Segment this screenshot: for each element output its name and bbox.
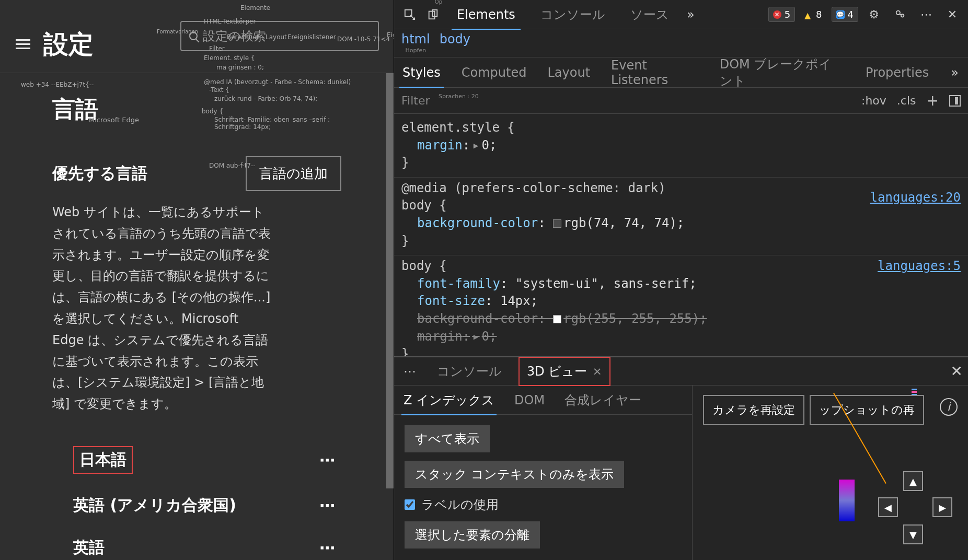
breadcrumb-html[interactable]: html Hopfen	[401, 32, 430, 54]
checkbox[interactable]	[405, 499, 415, 510]
stack-context-button[interactable]: スタック コンテキストのみを表示	[405, 461, 624, 488]
language-label: 英語	[73, 537, 105, 558]
tabs-overflow-icon[interactable]: »	[683, 7, 699, 22]
tab-dom[interactable]: DOM	[512, 387, 547, 414]
tab-layout[interactable]: Layout	[544, 58, 593, 87]
camera-reset-button[interactable]: カメラを再設定	[703, 395, 804, 425]
drawer-tabs: ⋯ コンソール 3D ビュー × ✕	[394, 357, 968, 386]
language-label: 英語 (アメリカ合衆国)	[73, 495, 236, 516]
list-item[interactable]: 日本語 ⋯	[52, 436, 341, 484]
arrow-up-icon[interactable]: ▲	[903, 471, 923, 491]
arrow-right-icon[interactable]: ▶	[932, 497, 952, 517]
tab-dom-breakpoints[interactable]: DOM ブレークポイント	[717, 49, 848, 97]
tab-zindex[interactable]: Z インデックス	[401, 386, 497, 415]
info-icon[interactable]: i	[940, 398, 958, 416]
devtools-drawer: ⋯ コンソール 3D ビュー × ✕ Z インデックス DOM 合成レイヤー す…	[394, 356, 968, 560]
gear-icon[interactable]: ⚙	[863, 4, 884, 25]
z-controls: すべて表示 スタック コンテキストのみを表示 ラベルの使用 選択した要素の分離	[394, 415, 692, 559]
styles-body: Sprachen: 5 element.style { margin:▸0; }…	[394, 114, 968, 356]
subtabs-overflow-icon[interactable]: »	[947, 65, 963, 80]
inspect-icon[interactable]	[399, 4, 420, 25]
isolate-element-button[interactable]: 選択した要素の分離	[405, 521, 540, 549]
use-labels-checkbox[interactable]: ラベルの使用	[405, 496, 682, 513]
arrow-left-icon[interactable]: ◀	[878, 497, 898, 517]
devtools-top-bar: Op Elements コンソール ソース » ✕5 ▲8 💬4 ⚙ ⋯ ✕	[394, 0, 968, 29]
source-link[interactable]: languages:5	[878, 258, 961, 275]
css-rule[interactable]: Sprachen: 5 element.style { margin:▸0; }	[394, 117, 968, 178]
add-language-button[interactable]: 言語の追加	[246, 156, 341, 191]
svg-point-3	[896, 10, 900, 14]
settings-body: 言語 Microsoft Edge 優先する言語 言語の追加 Web サイトは、…	[0, 73, 394, 560]
more-icon[interactable]: ⋯	[319, 496, 336, 515]
settings-search[interactable]: 設定の検索	[180, 21, 379, 51]
more-icon[interactable]: ⋯	[319, 539, 336, 557]
close-icon[interactable]: ✕	[942, 4, 963, 25]
menu-icon[interactable]	[16, 39, 30, 49]
preferred-languages-title: 優先する言語	[52, 163, 147, 184]
devtools-pane: Op Elements コンソール ソース » ✕5 ▲8 💬4 ⚙ ⋯ ✕ h…	[394, 0, 968, 560]
css-rule[interactable]: languages:20 @media (prefers-color-schem…	[394, 178, 968, 255]
close-icon[interactable]: ×	[592, 365, 602, 378]
preferred-languages-row: 優先する言語 言語の追加	[52, 156, 341, 191]
cls-toggle[interactable]: .cls	[897, 94, 916, 107]
settings-pane: 設定 設定の検索 Elemente HTML-Textkörper Format…	[0, 0, 394, 560]
tab-elements[interactable]: Elements	[445, 0, 527, 29]
new-rule-icon[interactable]: +	[927, 92, 939, 109]
preferred-languages-desc: Web サイトは、一覧にあるサポートされている言語のうち先頭の言語で表示されます…	[52, 202, 272, 415]
drawer-more-icon[interactable]: ⋯	[399, 364, 420, 379]
styles-sub-tabs: Styles Computed Layout Event Listeners D…	[394, 57, 968, 88]
list-item[interactable]: 英語 (アメリカ合衆国) ⋯	[52, 484, 341, 527]
search-icon	[189, 32, 198, 40]
more-icon[interactable]: ⋯	[319, 451, 336, 469]
3d-visualization[interactable]	[834, 412, 865, 527]
camera-buttons: カメラを再設定 ップショットの再	[703, 395, 924, 425]
warnings-badge[interactable]: ▲8	[800, 7, 826, 21]
drawer-tab-console[interactable]: コンソール	[430, 358, 509, 385]
filter-input[interactable]: Filter Sprachen : 20	[394, 94, 854, 107]
tab-event-listeners[interactable]: Event Listeners	[608, 51, 702, 95]
source-link[interactable]: languages:20	[870, 189, 961, 207]
language-list: 日本語 ⋯ 英語 (アメリカ合衆国) ⋯ 英語 ⋯ 中国語 (繁体字) ⋯ 中国…	[52, 436, 341, 560]
activity-icon[interactable]	[890, 4, 911, 25]
show-all-button[interactable]: すべて表示	[405, 425, 490, 452]
drawer-close-icon[interactable]: ✕	[951, 363, 963, 380]
tab-composited[interactable]: 合成レイヤー	[562, 386, 643, 415]
drawer-tab-3dview[interactable]: 3D ビュー ×	[518, 357, 610, 386]
language-label: 日本語	[73, 446, 133, 474]
css-rule[interactable]: languages:5 body { font-family: "system-…	[394, 255, 968, 356]
tab-sources[interactable]: ソース	[619, 0, 681, 30]
edge-label: Microsoft Edge	[89, 116, 139, 124]
tab-styles[interactable]: Styles	[399, 58, 444, 87]
arrow-down-icon[interactable]: ▼	[903, 524, 923, 544]
z-tabs: Z インデックス DOM 合成レイヤー	[394, 386, 692, 415]
tab-console[interactable]: コンソール	[529, 0, 617, 30]
nav-arrows: ▲ ◀ ▶ ▼	[874, 471, 952, 550]
tab-properties[interactable]: Properties	[862, 58, 932, 87]
page-title: 設定	[43, 28, 94, 61]
filter-actions: :hov .cls +	[854, 92, 968, 109]
sidebar-toggle-icon[interactable]	[949, 95, 961, 107]
list-item[interactable]: 英語 ⋯	[52, 527, 341, 560]
device-icon[interactable]: Op	[422, 4, 443, 25]
messages-badge[interactable]: 💬4	[832, 7, 858, 22]
hov-toggle[interactable]: :hov	[861, 94, 886, 107]
breadcrumb-body[interactable]: body	[440, 32, 470, 54]
devtools-top-right: ✕5 ▲8 💬4 ⚙ ⋯ ✕	[768, 4, 963, 25]
drawer-3d-view[interactable]: カメラを再設定 ップショットの再 i ▲ ◀ ▶ ▼	[692, 386, 968, 560]
more-icon[interactable]: ⋯	[916, 4, 937, 25]
settings-header: 設定 設定の検索	[0, 0, 394, 73]
search-placeholder: 設定の検索	[203, 28, 266, 44]
drawer-left: Z インデックス DOM 合成レイヤー すべて表示 スタック コンテキストのみを…	[394, 386, 692, 560]
errors-badge[interactable]: ✕5	[768, 7, 795, 22]
snapshot-button[interactable]: ップショットの再	[810, 395, 924, 425]
tab-computed[interactable]: Computed	[458, 58, 530, 87]
drawer-body: Z インデックス DOM 合成レイヤー すべて表示 スタック コンテキストのみを…	[394, 386, 968, 560]
scrollbar[interactable]	[386, 73, 394, 488]
